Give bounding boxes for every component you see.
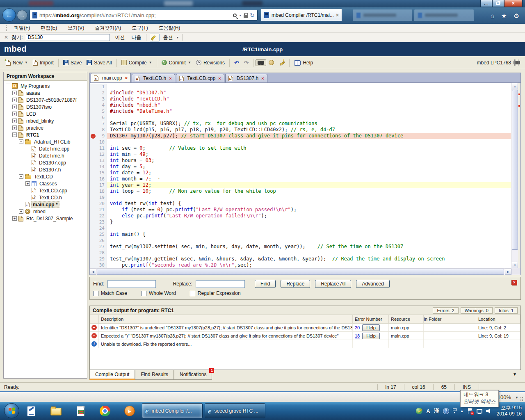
tree-item[interactable]: cTextLCD.cpp [4,187,87,194]
code-line[interactable]: 14int day = 5; [90,164,511,170]
replace-input[interactable] [196,280,245,288]
compile-button[interactable]: Compile▼ [119,59,155,67]
save-button[interactable]: Save [61,59,84,67]
resize-grip[interactable] [520,397,524,401]
new-button[interactable]: New▼ [3,59,30,67]
menu-item[interactable]: 도움말(H) [159,25,180,32]
ime-globe-icon[interactable] [416,408,422,414]
tree-item[interactable]: HDS1307.h [4,166,87,173]
find-button[interactable]: Find [255,280,276,288]
browser-tab-inactive[interactable] [414,9,474,21]
save-all-button[interactable]: Save All [84,59,114,67]
expand-icon[interactable]: + [12,126,17,130]
menu-item[interactable]: 도구(T) [132,25,148,32]
code-line[interactable]: 12int min = 49; [90,151,511,158]
code-editor[interactable]: 12#include "DS1307.h"3#include "TextLCD.… [89,82,521,275]
network-icon[interactable] [477,409,482,413]
checkbox-option[interactable]: Match Case [93,290,127,296]
editor-tab[interactable]: HDS1307.h× [225,74,267,82]
find-options-button[interactable]: 옵션 [163,34,173,41]
tree-item[interactable]: +Rtc_Ds1307_Sample [4,215,87,222]
findbar-input[interactable] [26,34,110,41]
chevron-down-icon[interactable]: ▼ [149,61,152,64]
expand-icon[interactable]: + [12,216,17,221]
search-dropdown-icon[interactable]: ▼ [239,14,242,17]
scrollbar-thumb[interactable] [512,90,518,250]
menu-item[interactable]: 즐겨찾기(A) [95,25,121,32]
notepad-icon[interactable] [75,405,86,417]
advanced-button[interactable]: Advanced [356,280,389,288]
volume-icon[interactable] [486,409,491,413]
code-line[interactable]: 2#include "DS1307.h" [90,90,511,96]
expand-icon[interactable]: + [12,119,17,123]
expand-icon[interactable]: + [12,105,17,109]
error-mark[interactable] [518,94,520,95]
error-number-link[interactable]: 20 [355,325,360,330]
home-icon[interactable]: ⌂ [491,12,494,20]
show-hidden-icons[interactable]: ▲ [460,409,464,413]
code-line[interactable]: 18int loop = 10; // Non zero value for t… [90,188,511,194]
vertical-scrollbar[interactable]: ▲ ▼ [511,83,518,268]
expand-icon[interactable]: + [19,209,23,214]
compile-row[interactable]: −Expected a ")" "DS1307 my1307(p28,p27);… [90,332,520,340]
taskbar-window-button[interactable]: embed Compiler /... [142,403,203,418]
code-line[interactable]: 29test_rw(my1307.gettime( &sec, &min, &h… [90,256,511,262]
restore-button[interactable] [492,0,504,7]
checkbox[interactable] [93,291,98,296]
code-line[interactable]: 25int main() { [90,231,511,237]
taskbar-clock[interactable]: 오후 9:15 2014-09-16 [497,405,522,417]
panel-expand-icon[interactable]: ▼ [513,372,517,377]
code-line[interactable]: 5#include "DateTime.h" [90,108,511,114]
scroll-down-icon[interactable]: ▼ [512,262,518,268]
editor-tab[interactable]: cmain.cpp× [91,73,131,82]
replace-all-button[interactable]: Replace All [315,280,351,288]
code-line[interactable]: 13int hours = 03; [90,158,511,164]
korean-ime-icon[interactable] [25,405,37,417]
panel-tab[interactable]: Compile Output [89,370,135,380]
code-line[interactable]: 21 if (test == 0) pc.printf("Last R/W op… [90,207,511,213]
code-line[interactable]: 24 [90,225,511,231]
expand-icon[interactable]: + [25,181,30,186]
action-center-flag-icon[interactable]: × [468,408,473,414]
browser-tab-active[interactable]: mbed Compiler /RTC1/mai... × [261,9,342,21]
undo-button[interactable]: ↶ [232,58,242,67]
close-tab-icon[interactable]: × [169,76,171,81]
tree-item[interactable]: cDateTime.cpp [4,145,87,152]
menu-item[interactable]: 파일(F) [14,25,30,32]
find-in-code-button[interactable] [256,59,266,66]
error-mark[interactable] [518,105,520,107]
scroll-right-icon[interactable]: ▶ [505,269,511,275]
ime-help-icon[interactable]: ? [443,408,449,414]
highlight-icon[interactable] [150,34,160,41]
help-button[interactable]: Help [292,59,315,67]
format-button[interactable] [276,59,287,67]
checkbox-option[interactable]: Regular Expression [190,290,241,296]
close-button[interactable]: × [504,0,523,7]
commit-button[interactable]: ↻Commit▼ [159,59,194,67]
code-line[interactable]: 16int month = 7; · [90,176,511,182]
ime-hanja-icon[interactable]: 漢 [434,407,439,415]
panel-tab[interactable]: Notifications1 [174,370,212,380]
horizontal-scrollbar[interactable]: ◀ ▶ [90,268,511,275]
collapse-icon[interactable]: − [12,132,17,137]
browser-tab-inactive[interactable] [353,9,412,21]
editor-tab[interactable]: cTextLCD.cpp× [176,74,224,82]
explorer-folder-icon[interactable] [50,405,62,417]
findbar-close-icon[interactable]: ✕ [4,34,8,40]
tree-item[interactable]: +LCD [4,110,87,117]
close-tab-icon[interactable]: × [336,12,339,18]
code-line[interactable]: 11int sec = 0; // Values to set time wit… [90,145,511,151]
tree-item[interactable]: +DS1307-c5018c71887f [4,96,87,103]
settings-gear-icon[interactable]: ⚙ [514,12,519,20]
help-button[interactable]: Help [362,333,380,339]
collapse-icon[interactable]: − [19,174,23,179]
zoom-dropdown-icon[interactable]: ▼ [515,396,518,399]
tree-item[interactable]: +Classes [4,180,87,187]
close-tab-icon[interactable]: × [261,76,264,81]
code-line[interactable]: 19 [90,194,511,201]
refresh-icon[interactable]: ↻ [250,12,255,18]
target-device-selector[interactable]: mbed LPC1768 [477,60,522,66]
media-player-icon[interactable]: ▶ [124,405,135,417]
code-line[interactable]: 10 [90,139,511,145]
collapse-icon[interactable]: − [6,84,10,88]
